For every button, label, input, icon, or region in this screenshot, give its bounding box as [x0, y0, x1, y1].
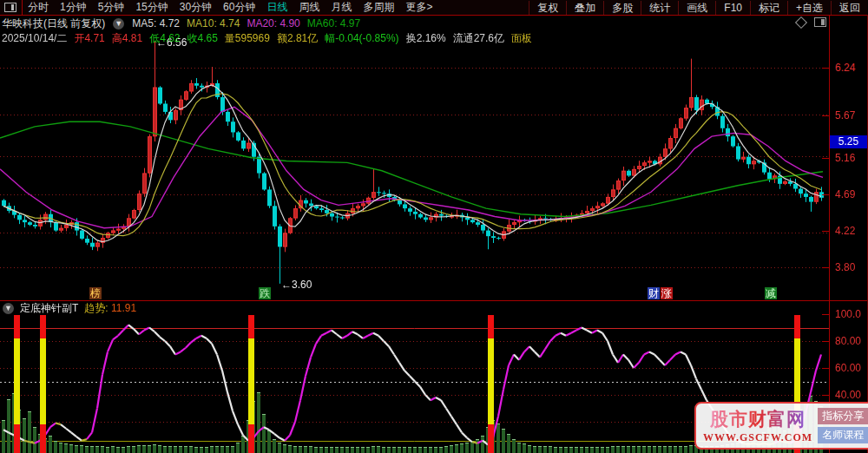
watermark-badge: 指标分享 [818, 408, 868, 424]
watermark-badge: 名师课程 [818, 427, 868, 443]
watermark-title: 股市财富网 [710, 407, 806, 431]
layout-panel-icon[interactable] [814, 17, 826, 27]
event-marker-榜: 榜 [89, 287, 102, 299]
menu-item-更多>[interactable]: 更多> [405, 0, 432, 15]
menu-item-5分钟[interactable]: 5分钟 [98, 0, 125, 15]
menubar-separator [22, 0, 23, 15]
watermark: 股市财富网 WWW.GSCFW.COM 指标分享名师课程 [694, 402, 868, 450]
quote-row: 2025/10/14/二开4.71高4.81低4.62收4.65量595969额… [2, 31, 532, 45]
quote-field: 低4.62 [149, 31, 180, 46]
menu-item-F10[interactable]: F10 [715, 1, 750, 15]
menu-item-+自选[interactable]: +自选 [787, 1, 831, 15]
quote-field: 流通27.6亿 [453, 31, 504, 46]
menu-item-画线[interactable]: 画线 [678, 1, 715, 15]
menu-item-多周期[interactable]: 多周期 [363, 0, 394, 15]
tdx-app: 分时1分钟5分钟15分钟30分钟60分钟日线周线月线多周期更多> 复权叠加多股统… [0, 0, 868, 453]
window-icon[interactable] [4, 3, 16, 12]
indicator-axis-label: 40.00 [835, 389, 861, 401]
axis-tick [822, 68, 829, 69]
ma-value: MA5: 4.72 [132, 17, 180, 30]
menu-item-统计[interactable]: 统计 [641, 1, 678, 15]
axis-tick [822, 341, 829, 342]
axis-tick [822, 314, 829, 315]
indicator-axis-label: 100.0 [835, 308, 861, 320]
diamond-icon[interactable] [795, 16, 807, 28]
menu-item-分时[interactable]: 分时 [28, 0, 49, 15]
menu-item-多股[interactable]: 多股 [603, 1, 641, 15]
menu-item-1分钟[interactable]: 1分钟 [60, 0, 87, 15]
event-marker-跌: 跌 [259, 287, 271, 299]
chevron-down-icon[interactable]: ▼ [3, 303, 14, 314]
quote-field: 幅-0.04(-0.85%) [325, 31, 398, 46]
quote-field: 额2.81亿 [277, 31, 318, 46]
price-annotation: ←3.60 [281, 279, 312, 291]
ma-value: MA10: 4.74 [187, 17, 240, 30]
menu-item-复权[interactable]: 复权 [529, 1, 566, 15]
price-axis-label: 4.22 [835, 225, 855, 237]
quote-field: 量595969 [225, 31, 270, 46]
quote-field: 2025/10/14/二 [2, 31, 67, 46]
event-marker-涨: 涨 [661, 287, 673, 299]
quote-field: 面板 [511, 31, 532, 46]
top-menubar: 分时1分钟5分钟15分钟30分钟60分钟日线周线月线多周期更多> 复权叠加多股统… [0, 0, 868, 16]
quote-field: 开4.71 [74, 31, 104, 46]
corner-icons [797, 17, 826, 27]
axis-tick [822, 368, 829, 369]
quote-field: 换2.16% [406, 31, 446, 46]
price-axis-label: 5.67 [835, 109, 855, 121]
trend-label: 趋势: [84, 302, 108, 314]
stock-title: 华映科技(日线 前复权) [2, 16, 105, 31]
ma-value: MA60: 4.97 [307, 17, 360, 30]
event-marker-财: 财 [648, 287, 660, 299]
axis-tick [822, 231, 829, 232]
quote-field: 收4.65 [187, 31, 217, 46]
chevron-down-icon[interactable]: ▼ [113, 18, 124, 30]
menu-item-日线[interactable]: 日线 [266, 0, 287, 15]
menu-item-返回[interactable]: 返回 [831, 1, 868, 15]
price-axis-label: 6.24 [835, 62, 855, 74]
menu-item-周线[interactable]: 周线 [299, 0, 319, 15]
menu-item-月线[interactable]: 月线 [331, 0, 352, 15]
ma-value: MA20: 4.90 [247, 17, 299, 30]
price-axis-label: 4.69 [835, 188, 855, 200]
watermark-text: 股市财富网 WWW.GSCFW.COM [703, 407, 812, 444]
axis-tick [822, 194, 829, 195]
axis-tick [822, 267, 829, 268]
axis-tick [822, 395, 829, 396]
indicator-axis-label: 80.00 [835, 335, 861, 347]
ma-values: MA5: 4.72MA10: 4.74MA20: 4.90MA60: 4.97 [132, 17, 367, 30]
menu-item-60分钟[interactable]: 60分钟 [223, 0, 255, 15]
indicator-axis-label: 60.00 [835, 362, 861, 374]
price-axis-label: 5.16 [835, 152, 855, 164]
price-axis-line [829, 15, 830, 453]
price-axis-label: 3.80 [835, 261, 855, 273]
quote-field: 高4.81 [112, 31, 142, 46]
event-marker-减: 减 [765, 287, 777, 299]
trend-value: 11.91 [111, 302, 136, 314]
stock-info-row: 华映科技(日线 前复权) ▼ MA5: 4.72MA10: 4.74MA20: … [2, 16, 367, 30]
indicator-title: 定底神针副T [20, 301, 78, 316]
last-price-badge: 5.25 [830, 135, 867, 148]
tools-menu: 复权叠加多股统计画线F10标记+自选返回 [529, 1, 868, 15]
sub-indicator-header: ▼ 定底神针副T 趋势: 11.91 [3, 302, 136, 314]
main-chart-canvas[interactable] [0, 36, 830, 300]
axis-tick [822, 115, 829, 116]
menu-item-15分钟[interactable]: 15分钟 [135, 0, 168, 15]
watermark-url: WWW.GSCFW.COM [703, 431, 812, 444]
menu-item-30分钟[interactable]: 30分钟 [180, 0, 212, 15]
watermark-badges: 指标分享名师课程 [818, 408, 868, 443]
menu-item-叠加[interactable]: 叠加 [566, 1, 603, 15]
period-menu: 分时1分钟5分钟15分钟30分钟60分钟日线周线月线多周期更多> [28, 0, 432, 15]
axis-tick [822, 158, 829, 159]
menu-item-标记[interactable]: 标记 [750, 1, 787, 15]
